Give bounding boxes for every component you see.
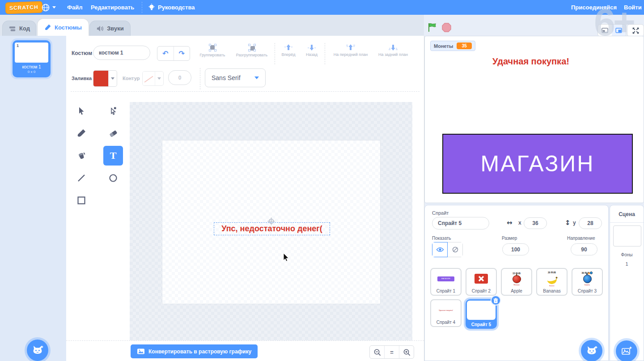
add-costume-button[interactable]: [27, 340, 48, 361]
tab-costumes[interactable]: Костюмы: [37, 18, 89, 36]
ungroup-label: Разгруппировать: [236, 53, 268, 57]
join-link[interactable]: Присоединяйся: [571, 0, 617, 15]
add-backdrop-button[interactable]: [616, 340, 637, 361]
outline-none-swatch: [143, 72, 155, 85]
undo-button[interactable]: ↶: [157, 47, 174, 60]
x-button-thumb: [475, 274, 488, 284]
stop-button[interactable]: [442, 23, 451, 32]
fill-tool[interactable]: [72, 146, 91, 166]
x-label: x: [518, 220, 521, 226]
language-selector[interactable]: [41, 0, 56, 15]
show-sprite-button[interactable]: [432, 242, 448, 257]
size-input[interactable]: [502, 243, 529, 255]
ungroup-button[interactable]: Разгруппировать: [232, 44, 272, 57]
paint-editor: Костюм ↶ ↷ Группировать Разгруппировать: [66, 36, 424, 361]
stage-size-controls: [597, 24, 626, 37]
menu-tutorials-label: Руководства: [158, 4, 195, 11]
lightbulb-icon: [148, 4, 155, 12]
x-input[interactable]: [524, 217, 547, 229]
toolbar-divider: [275, 43, 275, 64]
add-sprite-button[interactable]: [581, 340, 602, 361]
stage[interactable]: Монеты 35 Удачная покупка! МАГАЗИН: [424, 36, 644, 203]
shop-button-sprite[interactable]: МАГАЗИН: [442, 134, 633, 194]
line-tool[interactable]: [72, 168, 91, 188]
signin-link[interactable]: Войти: [624, 0, 642, 15]
tab-code-label: Код: [19, 25, 30, 32]
mouse-cursor: [283, 253, 289, 263]
text-tool-selected[interactable]: T: [103, 146, 123, 166]
forward-button[interactable]: Вперёд: [278, 44, 299, 57]
fullscreen-button[interactable]: [627, 24, 644, 37]
delete-sprite-button[interactable]: [491, 295, 501, 306]
convert-to-bitmap-button[interactable]: Конвертировать в растровую графику: [131, 344, 258, 358]
stage-selector-pane[interactable]: Сцена Фоны 1: [610, 205, 644, 361]
zoom-in-button[interactable]: [399, 346, 414, 358]
visibility-toggle: [432, 242, 463, 257]
scratch-logo[interactable]: SCRATCH: [5, 1, 43, 14]
zoom-out-button[interactable]: [370, 346, 384, 358]
rectangle-tool[interactable]: [72, 191, 91, 210]
small-stage-button[interactable]: [598, 25, 612, 36]
font-dropdown[interactable]: Sans Serif: [205, 68, 266, 87]
eraser-tool[interactable]: [103, 123, 123, 143]
backdrop-thumbnail[interactable]: [613, 225, 641, 246]
backdrops-label: Фоны: [610, 252, 644, 257]
menu-file[interactable]: Файл: [67, 0, 83, 15]
brush-icon: [76, 128, 86, 138]
bomb-thumb: [583, 275, 592, 283]
send-to-back-button[interactable]: На задний план: [374, 44, 412, 57]
select-tool[interactable]: [72, 101, 91, 121]
sprite-name: Apple: [502, 289, 531, 293]
bring-to-front-button[interactable]: На передний план: [329, 44, 372, 57]
redo-button[interactable]: ↷: [174, 47, 190, 60]
sprite-card-bananas[interactable]: 20 RUB Банан Bananas: [536, 268, 568, 296]
to-front-label: На передний план: [334, 52, 368, 57]
zoom-reset-button[interactable]: =: [384, 346, 399, 358]
rectangle-icon: [77, 196, 86, 205]
menu-edit[interactable]: Редактировать: [91, 0, 134, 15]
tab-code[interactable]: Код: [2, 21, 36, 36]
outline-color-picker[interactable]: [142, 71, 164, 86]
hide-sprite-button[interactable]: [447, 242, 463, 257]
costume-name-input[interactable]: [93, 46, 150, 60]
line-icon: [77, 174, 86, 183]
reshape-icon: [109, 106, 118, 115]
green-flag-button[interactable]: [428, 22, 437, 32]
banana-thumb: [546, 273, 558, 285]
menu-tutorials[interactable]: Руководства: [148, 0, 195, 15]
brush-tool[interactable]: [72, 123, 91, 143]
outline-caret: [155, 72, 163, 85]
fill-color-picker[interactable]: [93, 70, 117, 87]
sprite-name: Спрайт 5: [466, 322, 497, 327]
costume-thumbnail: 1: [15, 42, 48, 63]
sprite-card-5-selected[interactable]: Спрайт 5: [466, 299, 497, 329]
zoom-controls: =: [369, 345, 414, 359]
convert-label: Конвертировать в растровую графику: [148, 348, 251, 355]
costume-tile-selected[interactable]: 1 костюм 1 0 x 0: [13, 40, 51, 77]
sprite-pane: Спрайт ↔ x ↕ y Показать Размер На: [424, 205, 609, 361]
sprite-card-1[interactable]: МАГАЗИН Спрайт 1: [430, 268, 462, 296]
sprite-card-4[interactable]: Удачная покупка! Спрайт 4: [430, 299, 462, 327]
circle-tool[interactable]: [103, 168, 123, 188]
cat-plus-icon: [32, 345, 44, 356]
tab-sounds[interactable]: Звуки: [89, 21, 131, 36]
group-button[interactable]: Группировать: [195, 44, 230, 57]
direction-input[interactable]: [571, 243, 597, 255]
globe-icon: [41, 3, 50, 12]
caption-label: Бомба: [585, 284, 590, 286]
y-input[interactable]: [579, 217, 602, 229]
large-stage-button[interactable]: [612, 25, 626, 36]
sprite-card-2[interactable]: Спрайт 2: [466, 268, 497, 296]
backward-button[interactable]: Назад: [301, 44, 322, 57]
stroke-width-input[interactable]: [168, 70, 191, 85]
sprite-card-apple[interactable]: 15 RUB Яблоко Apple: [501, 268, 532, 296]
paint-canvas[interactable]: Упс, недостаточно денег(: [130, 102, 412, 340]
variable-monitor[interactable]: Монеты 35: [430, 41, 475, 51]
to-back-label: На задний план: [378, 52, 408, 57]
bitmap-icon: [137, 348, 145, 355]
sprite-card-3[interactable]: 30 RUB Бомба Спрайт 3: [572, 268, 603, 296]
to-back-icon: [388, 44, 398, 51]
text-selection-box[interactable]: Упс, недостаточно денег(: [214, 222, 330, 235]
sprite-name-input[interactable]: [432, 217, 489, 229]
reshape-tool[interactable]: [103, 101, 123, 121]
